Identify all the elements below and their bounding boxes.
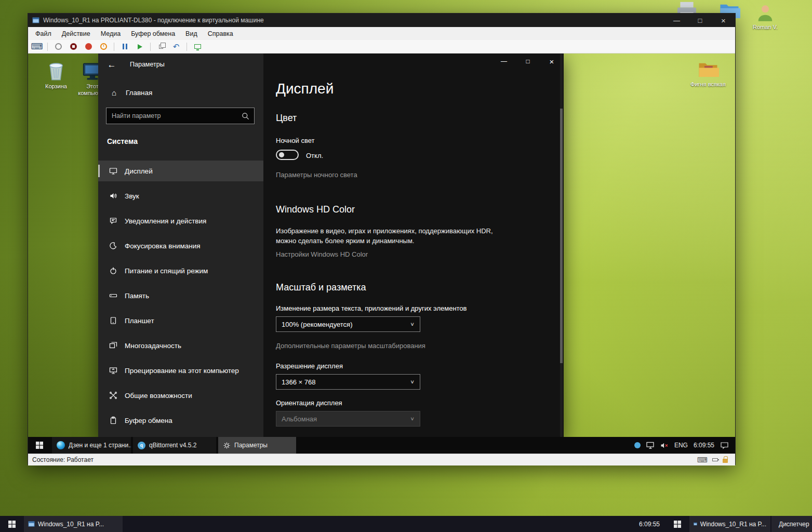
vm-clock[interactable]: 6:09:55 bbox=[694, 442, 714, 449]
vm-titlebar[interactable]: Windows_10_R1 на PROLIANT-DL380 - подклю… bbox=[28, 14, 735, 27]
sidebar-item-power[interactable]: Питание и спящий режим bbox=[98, 260, 263, 281]
desktop-icon-recycle-bin[interactable]: Корзина bbox=[36, 60, 76, 90]
sidebar-item-label: Буфер обмена bbox=[125, 417, 172, 424]
menu-file[interactable]: Файл bbox=[30, 28, 57, 39]
tablet-icon bbox=[109, 316, 117, 325]
host-clock[interactable]: 6:09:55 bbox=[622, 516, 660, 532]
settings-maximize-button[interactable]: □ bbox=[516, 54, 540, 69]
lock-icon bbox=[723, 459, 728, 463]
menu-clipboard[interactable]: Буфер обмена bbox=[126, 28, 180, 39]
reset-button[interactable] bbox=[135, 42, 144, 52]
host-taskbar-item-vm[interactable]: Windows_10_R1 на P... bbox=[24, 516, 123, 532]
taskbar-item-label: qBittorrent v4.5.2 bbox=[149, 442, 196, 449]
shut-down-button[interactable] bbox=[84, 42, 93, 52]
menu-view[interactable]: Вид bbox=[180, 28, 203, 39]
settings-sidebar: ← Параметры ⌂ Главная Система bbox=[98, 54, 263, 437]
night-light-label: Ночной свет bbox=[276, 137, 314, 144]
search-icon[interactable] bbox=[242, 112, 254, 120]
save-state-button[interactable] bbox=[99, 42, 108, 52]
vm-maximize-button[interactable]: □ bbox=[688, 14, 712, 27]
night-light-settings-link[interactable]: Параметры ночного света bbox=[276, 171, 357, 179]
vm-status-text: Состояние: Работает bbox=[32, 456, 94, 463]
ctrl-alt-del-button[interactable]: ⌨ bbox=[32, 42, 42, 52]
search-box bbox=[106, 108, 255, 124]
projecting-icon bbox=[109, 366, 117, 375]
desktop-icon-label: Фигня всякая bbox=[688, 81, 728, 88]
scale-dropdown-value: 100% (рекомендуется) bbox=[282, 321, 352, 328]
sidebar-item-sound[interactable]: Звук bbox=[98, 185, 263, 206]
page-title: Дисплей bbox=[276, 81, 334, 97]
night-light-toggle[interactable] bbox=[276, 150, 299, 160]
user-icon bbox=[755, 2, 776, 23]
toolbar-separator bbox=[47, 43, 48, 51]
sidebar-item-home[interactable]: ⌂ Главная bbox=[98, 83, 263, 102]
turn-off-button[interactable] bbox=[69, 42, 78, 52]
sidebar-item-shared-experiences[interactable]: Общие возможности bbox=[98, 385, 263, 406]
resolution-dropdown[interactable]: 1366 × 768 ∨ bbox=[276, 374, 420, 390]
settings-minimize-button[interactable]: — bbox=[492, 54, 516, 69]
shutdown-icon bbox=[85, 43, 92, 50]
sidebar-item-clipboard[interactable]: Буфер обмена bbox=[98, 410, 263, 431]
language-indicator[interactable]: ENG bbox=[674, 442, 688, 449]
sidebar-item-storage[interactable]: Память bbox=[98, 285, 263, 306]
desktop-icon-user[interactable]: Roman V. bbox=[747, 2, 783, 30]
gear-icon bbox=[223, 442, 231, 449]
taskbar-item-settings[interactable]: Параметры bbox=[218, 437, 296, 454]
power-icon bbox=[109, 267, 117, 275]
host-start-button[interactable] bbox=[0, 516, 24, 532]
host-taskbar-item-vm-2[interactable]: Windows_10_R1 на P... bbox=[689, 516, 770, 532]
taskbar-item-label: Диспетчер bbox=[779, 521, 809, 528]
advanced-scaling-link[interactable]: Дополнительные параметры масштабирования bbox=[276, 342, 425, 350]
toggle-knob bbox=[279, 152, 284, 157]
sidebar-item-focus-assist[interactable]: Фокусировка внимания bbox=[98, 235, 263, 256]
sidebar-item-projecting[interactable]: Проецирование на этот компьютер bbox=[98, 360, 263, 381]
desktop-icon-misc-folder[interactable]: Фигня всякая bbox=[688, 60, 728, 88]
vm-minimize-button[interactable]: — bbox=[665, 14, 688, 27]
taskbar-item-browser[interactable]: Дзен и еще 1 страни... bbox=[52, 437, 131, 454]
sidebar-item-label: Память bbox=[125, 292, 149, 300]
vmconnect-app-icon bbox=[28, 521, 35, 527]
qbittorrent-icon: q bbox=[138, 442, 145, 449]
vm-window-title: Windows_10_R1 на PROLIANT-DL380 - подклю… bbox=[43, 17, 264, 24]
search-input[interactable] bbox=[107, 112, 242, 119]
vmconnect-app-icon bbox=[32, 17, 39, 24]
pause-button[interactable] bbox=[120, 42, 129, 52]
folder-icon bbox=[697, 60, 719, 79]
action-center-icon[interactable] bbox=[720, 442, 729, 449]
checkpoint-button[interactable] bbox=[156, 42, 166, 52]
back-button[interactable]: ← bbox=[101, 56, 122, 74]
scrollbar-thumb[interactable] bbox=[560, 109, 563, 363]
battery-status-icon bbox=[712, 458, 718, 461]
enhanced-session-button[interactable] bbox=[193, 42, 202, 52]
settings-close-button[interactable]: × bbox=[540, 54, 564, 69]
color-heading: Цвет bbox=[276, 113, 297, 124]
volume-muted-icon[interactable] bbox=[660, 442, 669, 449]
revert-button[interactable]: ↶ bbox=[171, 42, 181, 52]
pause-icon bbox=[123, 44, 127, 49]
chevron-down-icon: ∨ bbox=[410, 416, 415, 421]
vm-start-button[interactable] bbox=[28, 437, 51, 454]
menu-media[interactable]: Медиа bbox=[96, 28, 126, 39]
sidebar-item-notifications[interactable]: Уведомления и действия bbox=[98, 210, 263, 231]
keyboard-icon: ⌨ bbox=[31, 43, 43, 51]
menu-action[interactable]: Действие bbox=[57, 28, 96, 39]
start-vm-button[interactable] bbox=[54, 42, 63, 52]
sidebar-item-multitasking[interactable]: Многозадачность bbox=[98, 335, 263, 356]
qbittorrent-tray-icon[interactable] bbox=[634, 442, 641, 448]
sidebar-item-display[interactable]: Дисплей bbox=[98, 161, 263, 181]
settings-app-title: Параметры bbox=[130, 61, 165, 68]
host-start-button-2[interactable] bbox=[665, 516, 689, 532]
display-tray-icon[interactable] bbox=[646, 442, 655, 449]
taskbar-item-qbittorrent[interactable]: q qBittorrent v4.5.2 bbox=[133, 437, 216, 454]
vm-close-button[interactable]: × bbox=[712, 14, 735, 27]
host-taskbar-item-taskmgr[interactable]: Диспетчер bbox=[771, 516, 812, 532]
scale-heading: Масштаб и разметка bbox=[276, 282, 366, 293]
menu-help[interactable]: Справка bbox=[203, 28, 238, 39]
scale-dropdown[interactable]: 100% (рекомендуется) ∨ bbox=[276, 316, 420, 332]
sidebar-item-tablet[interactable]: Планшет bbox=[98, 310, 263, 331]
vm-connection-window: Windows_10_R1 на PROLIANT-DL380 - подклю… bbox=[28, 13, 736, 465]
hdr-settings-link[interactable]: Настройки Windows HD Color bbox=[276, 250, 368, 258]
checkpoint-icon bbox=[159, 45, 163, 49]
shared-experiences-icon bbox=[109, 391, 117, 400]
orientation-dropdown[interactable]: Альбомная ∨ bbox=[276, 411, 420, 427]
